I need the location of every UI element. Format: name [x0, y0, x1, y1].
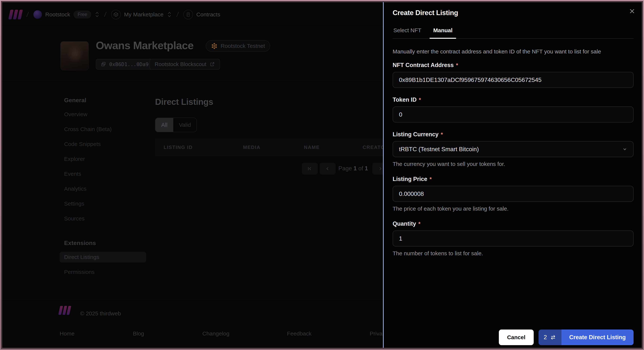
field-listing-price: Listing Price* The price of each token y… [392, 176, 634, 212]
transaction-count-badge: 2 [538, 330, 562, 345]
field-quantity: Quantity* The number of tokens to list f… [392, 220, 634, 257]
contract-address-input[interactable] [392, 72, 634, 88]
create-direct-listing-button[interactable]: 2 Create Direct Listing [538, 330, 634, 345]
quantity-helper-text: The number of tokens to list for sale. [392, 250, 634, 257]
dashboard-page: / Rootstock Free / My [2, 2, 383, 348]
quantity-input[interactable] [392, 231, 634, 247]
required-marker: * [419, 97, 421, 103]
screenshot-frame: / Rootstock Free / My [0, 0, 644, 350]
contract-address-label: NFT Contract Address* [392, 62, 634, 68]
tab-select-nft[interactable]: Select NFT [392, 27, 422, 38]
token-id-input[interactable] [392, 106, 634, 122]
drawer-backdrop[interactable] [2, 2, 383, 348]
quantity-label: Quantity* [392, 220, 634, 227]
currency-select-value: tRBTC (Testnet Smart Bitcoin) [399, 146, 479, 153]
swap-arrows-icon [550, 334, 556, 341]
field-token-id: Token ID* [392, 96, 634, 122]
listing-price-label: Listing Price* [392, 176, 634, 182]
drawer-tabs: Select NFT Manual [392, 27, 634, 39]
cancel-button[interactable]: Cancel [499, 330, 534, 345]
tab-manual[interactable]: Manual [432, 27, 453, 38]
required-marker: * [441, 131, 443, 138]
drawer-footer: Cancel 2 Create Direct Listing [499, 330, 634, 345]
required-marker: * [418, 221, 420, 227]
close-icon[interactable] [628, 7, 636, 16]
submit-button-label: Create Direct Listing [562, 330, 634, 345]
app-window: / Rootstock Free / My [2, 2, 642, 348]
screenshot-frame-inner: / Rootstock Free / My [1, 1, 643, 349]
required-marker: * [456, 62, 458, 68]
field-contract-address: NFT Contract Address* [392, 62, 634, 88]
drawer-title: Create Direct Listing [392, 9, 634, 17]
create-direct-listing-drawer: Create Direct Listing Select NFT Manual … [383, 2, 642, 348]
drawer-description: Manually enter the contract address and … [392, 48, 634, 55]
required-marker: * [430, 176, 432, 182]
currency-helper-text: The currency you want to sell your token… [392, 161, 634, 167]
field-listing-currency: Listing Currency* tRBTC (Testnet Smart B… [392, 131, 634, 167]
chevron-down-icon [622, 146, 628, 152]
listing-currency-label: Listing Currency* [392, 131, 634, 138]
token-id-label: Token ID* [392, 96, 634, 103]
listing-price-input[interactable] [392, 186, 634, 202]
currency-select[interactable]: tRBTC (Testnet Smart Bitcoin) [392, 141, 634, 157]
price-helper-text: The price of each token you are listing … [392, 206, 634, 212]
